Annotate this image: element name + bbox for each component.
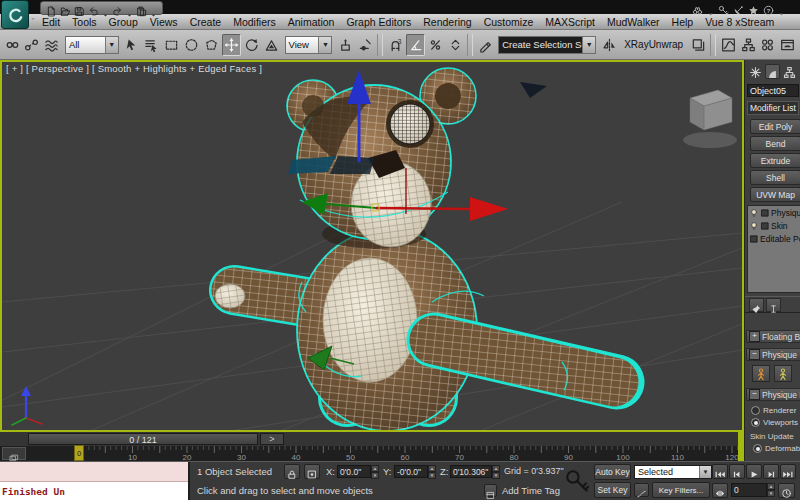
communication-center-icon[interactable] (733, 2, 744, 13)
chevron-down-icon[interactable]: ▼ (105, 37, 118, 53)
viewport-scene[interactable] (2, 62, 742, 430)
play-button[interactable] (746, 464, 762, 479)
x-spinner[interactable]: ▲▼ (371, 465, 379, 478)
angle-snap-toggle-icon[interactable] (406, 34, 425, 56)
bind-to-space-warp-icon[interactable] (42, 34, 61, 56)
xray-unwrap-button[interactable]: XRayUnwrap (619, 39, 688, 50)
track-bar-ruler[interactable]: 102030405060708090100110120 (0, 446, 738, 461)
rollout-physique[interactable]: − Physique (746, 348, 800, 361)
time-slider-handle[interactable]: 0 / 121 (28, 433, 258, 445)
deformable-radio[interactable]: Deformable (753, 444, 800, 453)
renderer-radio[interactable]: Renderer (751, 406, 796, 415)
paste-caret-icon[interactable] (150, 5, 157, 12)
mirror-icon[interactable] (600, 34, 619, 56)
radio-dot[interactable] (751, 418, 760, 427)
menu-edit[interactable]: Edit (36, 16, 66, 28)
reference-coordinate-dropdown[interactable]: View▼ (285, 36, 333, 54)
modifier-button-extrude[interactable]: Extrude (750, 153, 800, 168)
key-filters-button[interactable]: Key Filters... (652, 482, 710, 498)
rectangular-selection-region-icon[interactable] (162, 34, 181, 56)
menu-tools[interactable]: Tools (66, 16, 103, 28)
modifier-button-bend[interactable]: Bend (750, 136, 800, 151)
viewport-label[interactable]: [ + ] [ Perspective ] [ Smooth + Highlig… (6, 63, 262, 74)
visibility-bulb-icon[interactable] (749, 221, 759, 231)
menu-graph-editors[interactable]: Graph Editors (340, 16, 417, 28)
modifier-button-edit-poly[interactable]: Edit Poly (750, 119, 800, 134)
select-and-manipulate-icon[interactable] (356, 34, 375, 56)
search-caret-icon[interactable] (707, 4, 714, 11)
default-tangent-icon[interactable] (634, 483, 649, 497)
stack-entry-physique[interactable]: Physique (748, 206, 800, 219)
show-end-result-icon[interactable] (766, 298, 781, 312)
hierarchy-panel-icon[interactable] (782, 64, 797, 79)
chevron-down-icon[interactable]: ▼ (318, 37, 331, 53)
help-caret-icon[interactable] (778, 4, 785, 11)
paste-icon[interactable] (136, 3, 147, 14)
collapse-icon[interactable]: − (749, 389, 760, 400)
modifier-button-uvw-map[interactable]: UVW Map (750, 187, 800, 202)
render-setup-icon[interactable] (778, 34, 797, 56)
menu-mudwalker[interactable]: MudWalker (601, 16, 666, 28)
time-configuration-icon[interactable] (778, 483, 795, 498)
edit-named-selection-sets-icon[interactable] (476, 34, 495, 56)
undo-caret-icon[interactable] (102, 5, 109, 12)
menu-modifiers[interactable]: Modifiers (227, 16, 282, 28)
x-coordinate-field[interactable]: 0'0.0" (337, 465, 371, 478)
auto-key-button[interactable]: Auto Key (594, 464, 631, 480)
collapse-icon[interactable]: − (749, 349, 760, 360)
radio-dot[interactable] (751, 406, 760, 415)
current-frame-field[interactable]: 0 (731, 483, 767, 497)
pin-stack-icon[interactable] (749, 298, 764, 312)
save-file-icon[interactable] (74, 3, 85, 14)
radio-dot[interactable] (753, 444, 762, 453)
circular-selection-region-icon[interactable] (182, 34, 201, 56)
undo-icon[interactable] (88, 3, 99, 14)
go-to-start-button[interactable] (712, 464, 728, 479)
mini-curve-editor-icon[interactable] (2, 447, 26, 460)
go-to-end-button[interactable] (780, 464, 796, 479)
percent-snap-toggle-icon[interactable] (426, 34, 445, 56)
curve-editor-icon[interactable] (719, 34, 738, 56)
listener-output-row[interactable]: Finished Un (0, 482, 188, 500)
unlink-selection-icon[interactable] (22, 34, 41, 56)
time-slider-next-button[interactable]: > (260, 433, 284, 445)
snaps-toggle-3d-icon[interactable]: 3 (386, 34, 405, 56)
key-mode-toggle-icon[interactable] (712, 483, 728, 498)
modifier-button-shell[interactable]: Shell (750, 170, 800, 185)
menu-customize[interactable]: Customize (478, 16, 540, 28)
key-filter-set-dropdown[interactable]: Selected ▼ (634, 465, 712, 479)
menu-help[interactable]: Help (666, 16, 700, 28)
modifier-stack[interactable]: PhysiqueSkinEditable Poly (747, 205, 800, 293)
named-selection-sets-dropdown[interactable]: Create Selection Se▼ (498, 36, 596, 54)
manage-layers-icon[interactable] (689, 34, 708, 56)
menu-rendering[interactable]: Rendering (417, 16, 477, 28)
search-binoculars-icon[interactable] (692, 2, 703, 13)
modifier-list-dropdown[interactable]: Modifier List (747, 101, 799, 115)
new-scene-icon[interactable] (46, 3, 57, 14)
chevron-down-icon[interactable]: ▼ (582, 37, 595, 53)
object-name-field[interactable]: Object05 (747, 84, 799, 97)
select-and-scale-icon[interactable] (262, 34, 281, 56)
application-menu-logo[interactable] (1, 0, 29, 29)
current-frame-marker[interactable]: 0 (74, 445, 84, 461)
selection-lock-icon[interactable] (284, 464, 300, 479)
chevron-down-icon[interactable]: ▼ (699, 466, 711, 478)
gizmo-x-axis-arrow[interactable] (470, 197, 508, 221)
help-icon[interactable]: ? (763, 2, 774, 13)
key-icon[interactable] (718, 2, 729, 13)
teddy-bear-model[interactable] (215, 68, 617, 430)
absolute-offset-toggle-icon[interactable] (304, 464, 320, 479)
expand-icon[interactable]: + (749, 331, 760, 342)
menu-create[interactable]: Create (184, 16, 228, 28)
select-object-icon[interactable] (122, 34, 141, 56)
add-time-tag-icon[interactable] (484, 484, 497, 497)
stack-entry-skin[interactable]: Skin (748, 219, 800, 232)
favorites-star-icon[interactable] (748, 2, 759, 13)
y-coordinate-field[interactable]: -0'0.0" (394, 465, 428, 478)
rollout-floating-bones[interactable]: + Floating Bones (746, 330, 800, 343)
select-and-link-icon[interactable] (3, 34, 22, 56)
listener-macro-row[interactable] (0, 462, 188, 482)
modify-panel-icon[interactable] (765, 64, 780, 79)
select-by-name-icon[interactable] (142, 34, 161, 56)
rollout-physique-lod[interactable]: − Physique Level of Detail (746, 388, 800, 401)
